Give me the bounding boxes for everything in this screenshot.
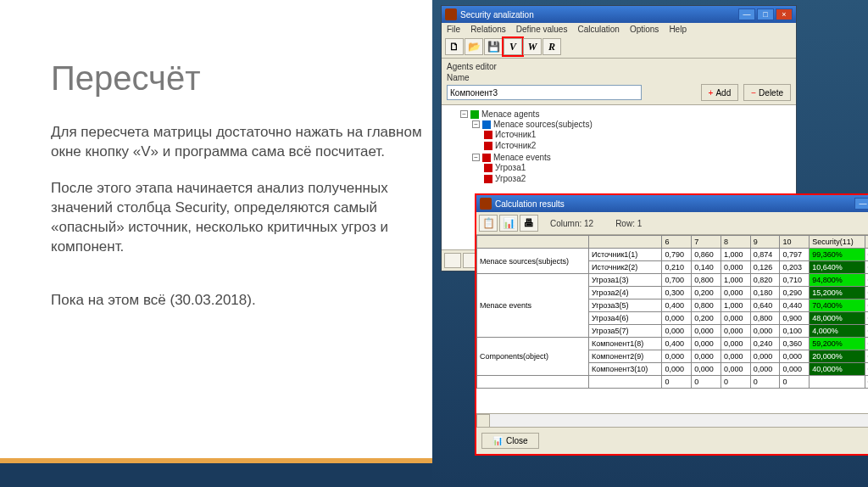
results-toolbar: 📋 📊 🖶 Column: 12 Row: 1 [476, 212, 868, 235]
results-minimize[interactable]: — [854, 198, 868, 210]
w-button[interactable]: W [523, 38, 542, 55]
add-button[interactable]: +Add [701, 84, 739, 101]
close-results-button[interactable]: 📊 Close [481, 433, 539, 449]
tree-event-2[interactable]: Угроза2 [495, 174, 526, 183]
tree-event-1[interactable]: Угроза1 [495, 163, 526, 172]
menu-relations[interactable]: Relations [470, 25, 506, 34]
results-titlebar: Calculation results — □ × [476, 195, 868, 212]
results-icon [480, 198, 492, 210]
main-titlebar: Security analization — □ × [442, 6, 796, 23]
results-tb-2[interactable]: 📊 [499, 215, 518, 232]
menu-define-values[interactable]: Define values [516, 25, 568, 34]
close-button[interactable]: × [776, 8, 793, 20]
name-label: Name [447, 73, 791, 82]
save-button[interactable]: 💾 [484, 38, 503, 55]
row-info: Row: 1 [615, 219, 642, 228]
slide-title: Пересчёт [51, 59, 424, 98]
main-toolbar: 🗋 📂 💾 V W R [442, 36, 796, 59]
menu-file[interactable]: File [447, 25, 460, 34]
maximize-button[interactable]: □ [757, 8, 774, 20]
menu-help[interactable]: Help [669, 25, 687, 34]
r-button[interactable]: R [542, 38, 561, 55]
status-btn-1[interactable] [444, 253, 461, 268]
results-title: Calculation results [495, 199, 565, 209]
results-tb-1[interactable]: 📋 [479, 215, 498, 232]
results-tb-3[interactable]: 🖶 [520, 215, 538, 232]
h-scrollbar[interactable] [476, 413, 868, 427]
app-icon [445, 8, 457, 20]
tree-root[interactable]: Menace agents [481, 109, 539, 119]
tree-events[interactable]: Menace events [493, 153, 551, 162]
main-window-title: Security analization [460, 10, 534, 20]
scroll-left[interactable] [476, 414, 490, 428]
tree-sources[interactable]: Menace sources(subjects) [493, 120, 593, 129]
results-grid[interactable]: 678910Security(11)Ra(1,000)Menace source… [476, 235, 868, 413]
menu-options[interactable]: Options [630, 25, 659, 34]
screenshot-area: Security analization — □ × File Relation… [432, 0, 868, 487]
agents-editor-label: Agents editor [447, 62, 791, 71]
results-window: Calculation results — □ × 📋 📊 🖶 Column: … [475, 193, 868, 456]
new-button[interactable]: 🗋 [445, 38, 464, 55]
menu-calculation[interactable]: Calculation [577, 25, 619, 34]
paragraph-2: После этого этапа начинается анализ полу… [51, 179, 424, 257]
agents-editor-panel: Agents editor Name +Add −Delete [442, 59, 796, 105]
menubar: File Relations Define values Calculation… [442, 23, 796, 36]
tree-source-1[interactable]: Источник1 [495, 130, 536, 139]
delete-button[interactable]: −Delete [743, 84, 791, 101]
name-input[interactable] [447, 85, 642, 100]
open-button[interactable]: 📂 [465, 38, 483, 55]
column-info: Column: 12 [550, 219, 593, 228]
v-button[interactable]: V [504, 38, 522, 55]
minimize-button[interactable]: — [738, 8, 755, 20]
paragraph-3: Пока на этом всё (30.03.2018). [51, 291, 424, 311]
tree-source-2[interactable]: Источник2 [495, 141, 536, 150]
paragraph-1: Для пересчета матрицы достаточно нажать … [51, 123, 424, 162]
